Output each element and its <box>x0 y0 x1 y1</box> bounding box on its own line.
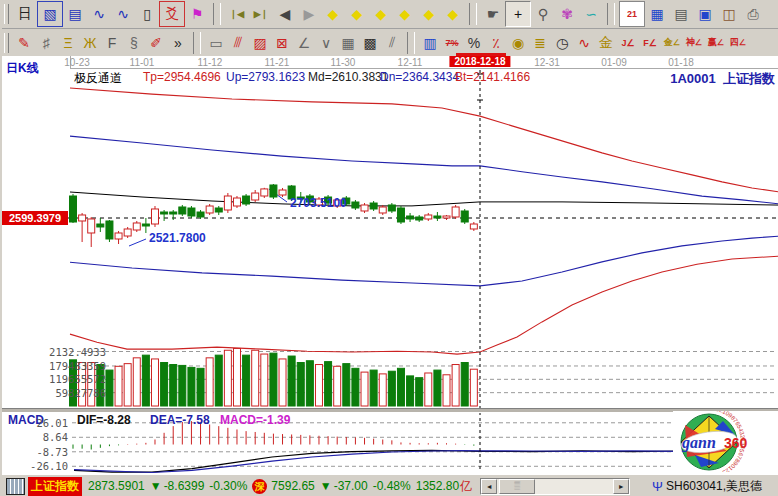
connection-antenna-icon: Ψ <box>652 479 663 494</box>
gold-circle-button[interactable]: ◉ <box>507 31 529 55</box>
more-tools-button[interactable]: » <box>167 31 189 55</box>
last-price-tag: 2599.3979 <box>2 211 68 225</box>
four-angle-button[interactable]: 四∠ <box>727 31 749 55</box>
sh-down-arrow-icon: ▼ <box>150 479 162 493</box>
macd-scale-label: 8.64 <box>2 431 68 443</box>
rect-tool-button[interactable]: ▭ <box>205 31 227 55</box>
next-page-button[interactable]: ▶ <box>297 2 321 26</box>
hash-tool-button[interactable]: ♯ <box>35 31 57 55</box>
f-angle-button[interactable]: F∠ <box>639 31 661 55</box>
app-window: 日▧▤∿∿▯爻⚑❘◀▶❘◀▶◆◆◆◆◆◆☛+⚲✾∽21▦▤▣◫⎙ ✎♯ΞЖF§✐… <box>0 0 778 496</box>
colored-flag-button[interactable]: ⚑ <box>185 2 209 26</box>
grid-fine-button[interactable]: ▦ <box>337 31 359 55</box>
wave3-button[interactable]: ∿ <box>87 2 111 26</box>
macd-dea-value: DEA=-7.58 <box>150 413 210 427</box>
percent-strike-button[interactable]: 7% <box>441 31 463 55</box>
crosshair-button[interactable]: + <box>505 1 531 27</box>
volume-scale-label: 59827786 <box>2 387 106 399</box>
calendar-button[interactable]: 21 <box>619 1 645 27</box>
save-button[interactable]: ▣ <box>693 2 717 26</box>
sh-index-pct: -0.30% <box>209 479 247 493</box>
status-bar: 上证指数 2873.5901 ▼ -8.6399 -0.30% 深 7592.6… <box>2 474 778 496</box>
compress-button[interactable]: ◆ <box>393 2 417 26</box>
expand-all-button[interactable]: ◆ <box>417 2 441 26</box>
toolbar-separator <box>407 32 415 54</box>
print-button[interactable]: ⎙ <box>741 2 765 26</box>
export-button[interactable]: ◫ <box>717 2 741 26</box>
spiral-button[interactable]: § <box>123 31 145 55</box>
volume-scale-label: 2132.4933 <box>2 346 106 358</box>
scroll-left-arrow[interactable]: ◄ <box>481 479 497 494</box>
gann360-logo-svg: gann 360 5432109876543210 34567890123456 <box>673 411 778 472</box>
market-grid-icon[interactable] <box>6 478 25 495</box>
compass-button[interactable]: ◷ <box>551 31 573 55</box>
gann360-logo: gann 360 5432109876543210 34567890123456 <box>673 411 778 472</box>
sh-index-badge[interactable]: 上证指数 <box>28 477 82 496</box>
scroll-right-arrow[interactable]: ► <box>613 479 629 494</box>
toolbar-grip-2[interactable] <box>4 33 9 53</box>
toolbar-separator <box>193 32 201 54</box>
minute-chart-button[interactable]: ▧ <box>37 1 63 27</box>
brush-tool-button[interactable]: ✎ <box>13 31 35 55</box>
trough-annotation: 2521.7800 <box>149 231 206 245</box>
sz-index-value: 7592.65 <box>271 479 314 493</box>
indicator-edit-button[interactable]: 爻 <box>159 1 185 27</box>
wave-tool-button[interactable]: ∿ <box>573 31 595 55</box>
horizontal-scrollbar[interactable]: ◄ ▒ ► <box>480 478 630 495</box>
period-daily-button[interactable]: 日 <box>13 2 37 26</box>
percent-lines-button[interactable]: ٪ <box>485 31 507 55</box>
j-angle-button[interactable]: J∠ <box>617 31 639 55</box>
golden-section-button[interactable]: Ж <box>79 31 101 55</box>
gold-bars-button[interactable]: 金 <box>595 31 617 55</box>
sh-index-value: 2873.5901 <box>88 479 145 493</box>
macd-scale-label: 26.01 <box>2 417 68 429</box>
gann-fan-button[interactable]: ⫻ <box>227 31 249 55</box>
zoom-button[interactable]: ⚲ <box>531 2 555 26</box>
pan-left-button[interactable]: ◆ <box>321 2 345 26</box>
panel-button[interactable]: ▥ <box>419 31 441 55</box>
fibo-f-button[interactable]: F <box>101 31 123 55</box>
curve-mark-button[interactable]: ∽ <box>579 2 603 26</box>
toolbar-separator <box>607 3 615 25</box>
percent-button[interactable]: % <box>463 31 485 55</box>
angle-tool-button[interactable]: ∠ <box>293 31 315 55</box>
turnover-amount: 1352.80 <box>416 479 459 493</box>
current-stock-label[interactable]: SH603041,美思德 <box>666 478 762 495</box>
expand-horizontal-button[interactable]: ◆ <box>369 2 393 26</box>
win-angle-button[interactable]: 赢∠ <box>705 31 727 55</box>
prev-page-button[interactable]: ◀ <box>273 2 297 26</box>
sz-market-badge[interactable]: 深 <box>252 479 267 494</box>
notes-button[interactable]: ▤ <box>669 2 693 26</box>
box-x-button[interactable]: ⊠ <box>271 31 293 55</box>
macd-value: MACD=-1.39 <box>220 413 290 427</box>
toolbar-main: 日▧▤∿∿▯爻⚑❘◀▶❘◀▶◆◆◆◆◆◆☛+⚲✾∽21▦▤▣◫⎙ <box>2 0 778 29</box>
gold-lines-button[interactable]: ≣ <box>529 31 551 55</box>
first-page-button[interactable]: ❘◀ <box>225 2 249 26</box>
toolbar-separator <box>213 3 221 25</box>
candle-style-button[interactable]: ▯ <box>135 2 159 26</box>
node-mark-button[interactable]: ✾ <box>555 2 579 26</box>
shade-box-button[interactable]: ▨ <box>249 31 271 55</box>
sh-index-change: -8.6399 <box>164 479 205 493</box>
last-page-button[interactable]: ▶❘ <box>249 2 273 26</box>
shen-angle-button[interactable]: 神∠ <box>683 31 705 55</box>
turnover-unit: 亿 <box>460 478 472 495</box>
sz-down-arrow-icon: ▼ <box>320 479 332 493</box>
check-tool-button[interactable]: ∨ <box>315 31 337 55</box>
parallel-button[interactable]: ⫽ <box>381 31 403 55</box>
golden-ratio-button[interactable]: Ξ <box>57 31 79 55</box>
grid-bold-button[interactable]: ▩ <box>359 31 381 55</box>
ruler-brush-button[interactable]: ✐ <box>145 31 167 55</box>
macd-scale-label: -8.73 <box>2 446 68 458</box>
full-range-button[interactable]: ◆ <box>441 2 465 26</box>
pan-hand-button[interactable]: ☛ <box>481 2 505 26</box>
pan-right-button[interactable]: ◆ <box>345 2 369 26</box>
calculator-button[interactable]: ▦ <box>645 2 669 26</box>
wave9-button[interactable]: ∿ <box>111 2 135 26</box>
volume-scale-label: 119655572 <box>2 373 106 385</box>
f10-info-button[interactable]: ▤ <box>63 2 87 26</box>
toolbar-separator <box>469 3 477 25</box>
toolbar-grip[interactable] <box>4 4 9 24</box>
scroll-thumb[interactable]: ▒ <box>499 479 535 494</box>
gold-angle-button[interactable]: 金∠ <box>661 31 683 55</box>
